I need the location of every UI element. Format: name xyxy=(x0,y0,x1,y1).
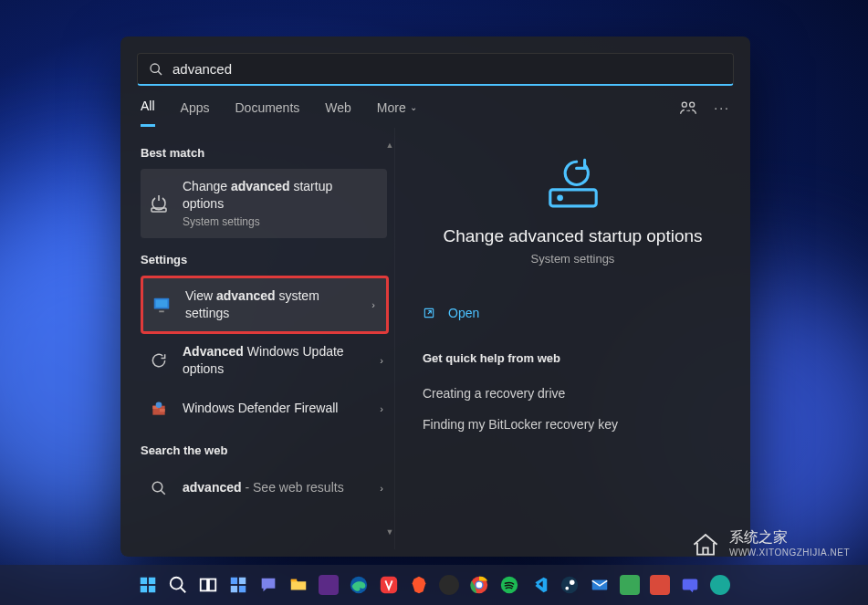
result-windows-defender-firewall[interactable]: Windows Defender Firewall › xyxy=(141,387,394,431)
more-options-icon[interactable]: ··· xyxy=(714,100,730,115)
section-search-web: Search the web xyxy=(141,443,394,457)
svg-rect-17 xyxy=(141,578,147,584)
result-view-advanced-system-settings[interactable]: View advanced system settings › xyxy=(141,276,389,334)
chevron-right-icon: › xyxy=(380,403,383,414)
update-icon xyxy=(146,348,172,373)
svg-rect-27 xyxy=(231,586,237,592)
taskbar xyxy=(0,565,868,605)
search-tabs: All Apps Documents Web More⌄ ··· xyxy=(120,86,750,128)
search-bar[interactable] xyxy=(137,53,734,86)
spotify-icon[interactable] xyxy=(497,573,522,598)
section-settings: Settings xyxy=(141,253,394,266)
watermark-icon xyxy=(689,527,722,559)
svg-rect-6 xyxy=(156,299,168,307)
help-link-bitlocker[interactable]: Finding my BitLocker recovery key xyxy=(423,409,723,440)
svg-point-34 xyxy=(476,582,482,588)
result-web-advanced[interactable]: advanced - See web results › xyxy=(141,466,394,510)
svg-rect-10 xyxy=(160,409,165,412)
svg-point-11 xyxy=(156,402,162,408)
search-icon xyxy=(149,62,163,77)
result-label: Advanced Windows Update options xyxy=(183,343,365,378)
chevron-right-icon: › xyxy=(371,299,375,310)
svg-line-22 xyxy=(181,588,186,593)
discord-icon[interactable] xyxy=(678,573,703,598)
windows-search-panel: All Apps Documents Web More⌄ ··· Best ma… xyxy=(120,37,750,557)
chevron-down-icon: ⌄ xyxy=(410,102,417,112)
tab-web[interactable]: Web xyxy=(325,100,351,126)
svg-point-21 xyxy=(171,578,183,589)
svg-line-13 xyxy=(161,490,165,495)
scroll-up-icon[interactable]: ▲ xyxy=(385,141,394,150)
chat-icon[interactable] xyxy=(256,573,281,598)
watermark: 系统之家 WWW.XITONGZHIJIA.NET xyxy=(689,527,850,559)
app-icon-dark[interactable] xyxy=(437,573,462,598)
scrollbar[interactable]: ▲ ▼ xyxy=(385,141,394,537)
email-icon[interactable] xyxy=(588,573,612,598)
svg-rect-26 xyxy=(239,578,246,584)
results-column: Best match Change advanced startup optio… xyxy=(120,128,394,549)
startup-large-icon xyxy=(540,155,606,212)
settings-startup-icon xyxy=(146,191,172,216)
task-view-icon[interactable] xyxy=(196,573,221,598)
steam-icon[interactable] xyxy=(558,573,582,598)
svg-point-38 xyxy=(565,587,569,590)
result-label: View advanced system settings xyxy=(185,287,357,322)
monitor-icon xyxy=(149,292,174,318)
search-input[interactable] xyxy=(173,61,722,77)
result-label: Change advanced startup options System s… xyxy=(183,178,376,229)
svg-rect-20 xyxy=(149,586,155,592)
result-best-match[interactable]: Change advanced startup options System s… xyxy=(141,169,387,238)
svg-line-1 xyxy=(158,71,162,75)
result-label: advanced - See web results xyxy=(183,479,365,496)
firewall-icon xyxy=(146,396,172,422)
svg-rect-7 xyxy=(159,310,164,312)
tab-documents[interactable]: Documents xyxy=(235,100,299,126)
chrome-icon[interactable] xyxy=(467,573,492,598)
app-icon-teal[interactable] xyxy=(708,573,733,598)
svg-rect-25 xyxy=(231,578,237,584)
start-button[interactable] xyxy=(136,573,161,598)
svg-point-36 xyxy=(561,577,578,593)
tab-more[interactable]: More⌄ xyxy=(377,100,417,126)
section-best-match: Best match xyxy=(141,146,394,160)
svg-rect-28 xyxy=(239,586,246,592)
preview-panel: Change advanced startup options System s… xyxy=(394,128,750,549)
app-icon-red[interactable] xyxy=(648,573,673,598)
result-advanced-windows-update[interactable]: Advanced Windows Update options › xyxy=(141,334,394,387)
search-taskbar-icon[interactable] xyxy=(166,573,191,598)
svg-point-12 xyxy=(152,482,162,492)
svg-rect-19 xyxy=(141,586,147,592)
scroll-down-icon[interactable]: ▼ xyxy=(385,527,394,537)
brave-icon[interactable] xyxy=(407,573,432,598)
search-icon xyxy=(146,475,172,501)
svg-rect-39 xyxy=(592,580,608,590)
svg-point-0 xyxy=(151,64,159,72)
open-action[interactable]: Open xyxy=(423,300,723,326)
open-icon xyxy=(423,307,435,319)
vscode-icon[interactable] xyxy=(528,573,552,598)
svg-point-2 xyxy=(683,102,687,107)
vivaldi-icon[interactable] xyxy=(377,573,402,598)
svg-point-3 xyxy=(690,102,695,107)
tab-apps[interactable]: Apps xyxy=(181,100,210,126)
svg-rect-24 xyxy=(209,579,215,591)
account-switch-icon[interactable] xyxy=(679,99,697,116)
svg-rect-18 xyxy=(149,578,155,584)
file-explorer-icon[interactable] xyxy=(287,573,311,598)
svg-point-37 xyxy=(570,580,575,586)
chevron-right-icon: › xyxy=(380,355,383,366)
svg-point-15 xyxy=(558,196,561,200)
edge-icon[interactable] xyxy=(347,573,371,598)
preview-subtitle: System settings xyxy=(423,252,723,266)
widgets-icon[interactable] xyxy=(226,573,251,598)
app-icon-green[interactable] xyxy=(618,573,643,598)
help-link-recovery-drive[interactable]: Creating a recovery drive xyxy=(423,378,723,409)
chevron-right-icon: › xyxy=(380,483,383,494)
tab-all[interactable]: All xyxy=(141,99,155,127)
result-label: Windows Defender Firewall xyxy=(183,400,365,417)
preview-title: Change advanced startup options xyxy=(423,226,723,246)
app-icon-1[interactable] xyxy=(317,573,341,598)
help-section-title: Get quick help from web xyxy=(423,351,723,365)
svg-rect-29 xyxy=(291,579,297,582)
svg-rect-23 xyxy=(201,579,207,591)
